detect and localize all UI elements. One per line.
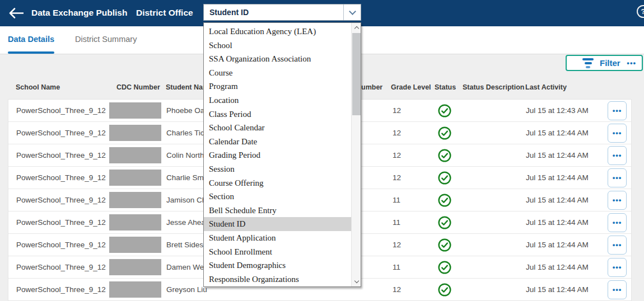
cell-last-activity: Jul 15 at 12:43 AM [526,100,589,122]
cell-school-name: PowerSchool_Three_9_12 [16,256,106,279]
filter-button-label: Filter [600,58,620,68]
cell-student-name: Damen We [166,256,204,279]
dropdown-option[interactable]: Class Period [204,107,351,121]
cell-grade-level: 11 [393,256,400,279]
column-header: CDC Number [116,83,160,91]
cell-school-name: PowerSchool_Three_9_12 [16,279,106,301]
dropdown-options: Local Education Agency (LEA)SchoolSSA Or… [204,25,361,286]
status-success-icon [438,194,451,207]
status-success-icon [438,126,451,140]
cell-grade-level: 12 [393,122,401,144]
filter-button[interactable]: Filter ••• [566,55,643,71]
scroll-up-icon[interactable] [352,23,361,32]
entity-select[interactable]: Student ID [203,4,361,21]
cell-last-activity: Jul 15 at 12:44 AM [526,234,589,256]
dropdown-option[interactable]: Bell Schedule Entry [204,204,351,218]
cell-school-name: PowerSchool_Three_9_12 [16,100,106,122]
cell-last-activity: Jul 15 at 12:44 AM [526,122,589,144]
redacted-cdc-number [109,125,161,141]
cell-student-name: Brett Sides [166,234,203,256]
dropdown-option[interactable]: Grading Period [204,148,351,162]
district-context-label: District Office [136,0,193,26]
column-header: Last Activity [525,83,567,91]
cell-grade-level: 12 [393,167,401,189]
dropdown-option[interactable]: Calendar Date [204,135,351,149]
row-actions-button[interactable]: ••• [608,280,627,299]
dropdown-option[interactable]: Location [204,93,351,107]
tab-district-summary[interactable]: District Summary [75,26,137,54]
redacted-cdc-number [109,147,161,163]
redacted-cdc-number [109,102,161,119]
column-header: Grade Level [391,83,431,91]
redacted-cdc-number [109,170,161,186]
dropdown-option[interactable]: Student ID [204,217,351,231]
dropdown-option[interactable]: Course [204,66,351,80]
chevron-down-icon[interactable] [343,4,361,20]
cell-student-name: Phoebe Oa [166,100,204,122]
cell-last-activity: Jul 15 at 12:44 AM [526,279,589,301]
row-actions-button[interactable]: ••• [608,168,627,187]
column-header: Status Description [463,83,524,91]
redacted-cdc-number [109,192,161,208]
cell-grade-level: 12 [393,144,401,167]
cell-student-name: Charles Tic [166,122,204,144]
cell-student-name: Charlie Sm [166,167,204,189]
cell-student-name: Greyson Liu [166,279,207,301]
dropdown-option[interactable]: Local Education Agency (LEA) [204,25,351,39]
dropdown-option[interactable]: Program [204,79,351,93]
row-actions-button[interactable]: ••• [608,146,627,165]
help-icon[interactable]: ? [637,5,644,18]
dropdown-option[interactable]: Student Demographics [204,258,351,272]
entity-select-value: Student ID [204,8,343,17]
dropdown-option[interactable]: SSA Organization Association [204,52,351,66]
cell-last-activity: Jul 15 at 12:44 AM [526,256,589,279]
dropdown-scrollbar[interactable] [351,23,361,286]
redacted-cdc-number [109,237,161,253]
row-actions-button[interactable]: ••• [608,191,627,210]
cell-school-name: PowerSchool_Three_9_12 [16,211,106,234]
redacted-cdc-number [109,259,161,275]
cell-student-name: Jamison Ch [166,189,206,211]
cell-student-name: Colin North [166,144,204,167]
dropdown-option[interactable]: School Enrollment [204,245,351,259]
dropdown-option[interactable]: School [204,39,351,53]
scroll-down-icon[interactable] [352,277,361,286]
cell-student-name: Jesse Ahea [166,211,206,234]
filter-icon [582,58,594,68]
filter-more-options-icon[interactable]: ••• [627,59,636,67]
cell-last-activity: Jul 15 at 12:44 AM [526,211,589,234]
dropdown-option[interactable]: Course Offering [204,176,351,190]
column-header: Status [435,83,456,91]
cell-last-activity: Jul 15 at 12:44 AM [526,167,589,189]
status-success-icon [438,104,451,117]
cell-school-name: PowerSchool_Three_9_12 [16,144,106,167]
redacted-cdc-number [109,281,161,298]
cell-grade-level: 12 [393,100,401,122]
status-success-icon [438,283,451,297]
cell-grade-level: 12 [393,279,401,301]
dropdown-option[interactable]: Session [204,162,351,176]
scrollbar-thumb[interactable] [352,33,361,115]
back-arrow-icon[interactable] [9,8,24,18]
status-success-icon [438,238,451,252]
cell-last-activity: Jul 15 at 12:44 AM [526,144,589,167]
status-success-icon [438,261,451,274]
cell-grade-level: 11 [393,189,400,211]
row-actions-button[interactable]: ••• [608,213,627,232]
dropdown-option[interactable]: Section [204,190,351,204]
row-actions-button[interactable]: ••• [608,258,627,277]
dropdown-option[interactable]: School Calendar [204,121,351,135]
dropdown-option[interactable]: Student Application [204,231,351,245]
redacted-cdc-number [109,214,161,231]
app-title: Data Exchange Publish [31,0,127,26]
row-actions-button[interactable]: ••• [608,236,627,255]
cell-school-name: PowerSchool_Three_9_12 [16,189,106,211]
cell-school-name: PowerSchool_Three_9_12 [16,122,106,144]
entity-dropdown-list: Local Education Agency (LEA)SchoolSSA Or… [203,22,361,287]
row-actions-button[interactable]: ••• [608,124,627,143]
cell-last-activity: Jul 15 at 12:44 AM [526,189,589,211]
status-success-icon [438,216,451,229]
tab-data-details[interactable]: Data Details [8,26,54,54]
dropdown-option[interactable]: Responsible Organizations [204,272,351,286]
row-actions-button[interactable]: ••• [608,101,627,120]
